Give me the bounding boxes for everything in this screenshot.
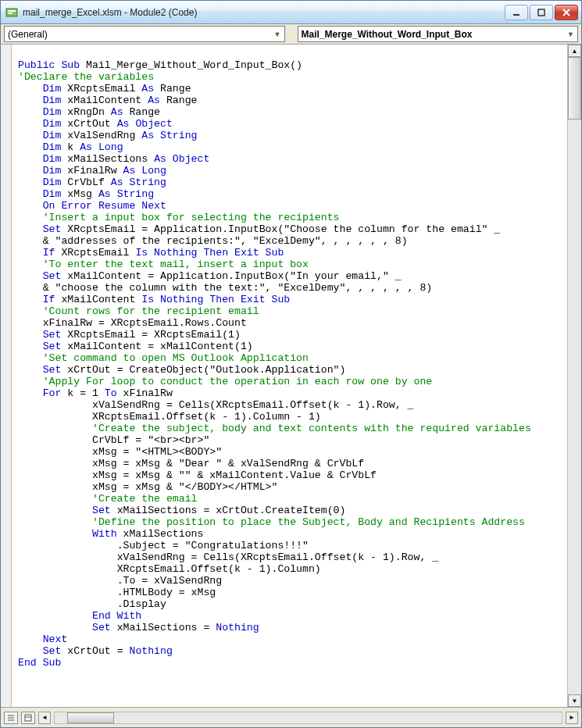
- procedure-dropdown[interactable]: Mail_Merge_Without_Word_Input_Box ▼: [298, 26, 579, 42]
- close-button[interactable]: [555, 5, 578, 20]
- window-buttons: [505, 5, 578, 20]
- scroll-right-button[interactable]: ►: [566, 712, 578, 724]
- scroll-thumb[interactable]: [67, 712, 114, 723]
- maximize-button[interactable]: [530, 5, 553, 20]
- window-title: mail_merge_Excel.xlsm - Module2 (Code): [23, 7, 505, 18]
- procedure-dropdown-value: Mail_Merge_Without_Word_Input_Box: [302, 29, 473, 40]
- scroll-left-button[interactable]: ◄: [38, 712, 51, 724]
- chevron-down-icon: ▼: [274, 30, 281, 38]
- scroll-track[interactable]: [568, 57, 581, 694]
- svg-rect-2: [8, 12, 12, 14]
- object-dropdown-value: (General): [8, 29, 48, 40]
- svg-rect-1: [8, 10, 16, 12]
- vba-module-icon: [5, 6, 18, 19]
- procedure-view-button[interactable]: [4, 712, 18, 724]
- scroll-thumb[interactable]: [568, 57, 581, 120]
- footer-bar: ◄ ►: [1, 707, 581, 727]
- scroll-down-button[interactable]: ▼: [568, 694, 581, 707]
- object-dropdown[interactable]: (General) ▼: [4, 26, 285, 42]
- vertical-scrollbar[interactable]: ▲ ▼: [567, 45, 581, 707]
- code-editor[interactable]: Public Sub Mail_Merge_Without_Word_Input…: [12, 45, 567, 707]
- full-module-view-button[interactable]: [21, 712, 35, 724]
- svg-rect-10: [25, 715, 31, 721]
- minimize-button[interactable]: [505, 5, 528, 20]
- margin-indicator-bar[interactable]: [1, 45, 12, 707]
- titlebar[interactable]: mail_merge_Excel.xlsm - Module2 (Code): [1, 1, 581, 24]
- scroll-up-button[interactable]: ▲: [568, 45, 581, 57]
- object-proc-row: (General) ▼ Mail_Merge_Without_Word_Inpu…: [1, 24, 581, 45]
- code-window: mail_merge_Excel.xlsm - Module2 (Code) (…: [0, 0, 582, 728]
- editor-area: Public Sub Mail_Merge_Without_Word_Input…: [1, 45, 581, 707]
- svg-rect-4: [538, 9, 545, 16]
- chevron-down-icon: ▼: [567, 30, 574, 38]
- horizontal-scrollbar[interactable]: [54, 712, 562, 724]
